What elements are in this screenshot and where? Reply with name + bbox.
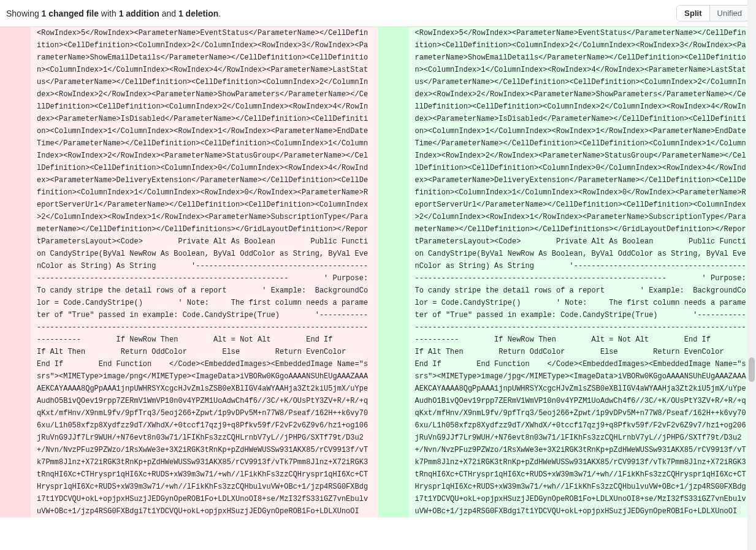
diff-summary-header: Showing 1 changed file with 1 addition a…	[0, 0, 756, 26]
diff-right-pane: <RowIndex>5</RowIndex><ParameterName>Eve…	[378, 27, 757, 518]
diff-left-gutter[interactable]	[0, 27, 31, 518]
deletions-count: 1 deletion	[178, 9, 218, 18]
diff-right-code[interactable]: <RowIndex>5</RowIndex><ParameterName>Eve…	[409, 27, 757, 518]
scrollbar-thumb[interactable]	[749, 357, 755, 382]
diff-view-toggle: Split Unified	[676, 5, 750, 21]
unified-view-button[interactable]: Unified	[709, 6, 749, 21]
summary-suffix: .	[218, 9, 221, 18]
additions-count: 1 addition	[119, 9, 159, 18]
diff-summary-text: Showing 1 changed file with 1 addition a…	[6, 9, 221, 18]
summary-and: and	[159, 9, 178, 18]
diff-left-pane: <RowIndex>5</RowIndex><ParameterName>Eve…	[0, 27, 378, 518]
split-view-button[interactable]: Split	[677, 6, 709, 21]
page-scrollbar[interactable]	[747, 0, 756, 518]
summary-prefix: Showing	[6, 9, 42, 18]
summary-with: with	[99, 9, 119, 18]
diff-right-gutter[interactable]	[378, 27, 409, 518]
changed-files-count: 1 changed file	[42, 9, 99, 18]
diff-container: <RowIndex>5</RowIndex><ParameterName>Eve…	[0, 26, 756, 518]
diff-left-code[interactable]: <RowIndex>5</RowIndex><ParameterName>Eve…	[31, 27, 378, 518]
